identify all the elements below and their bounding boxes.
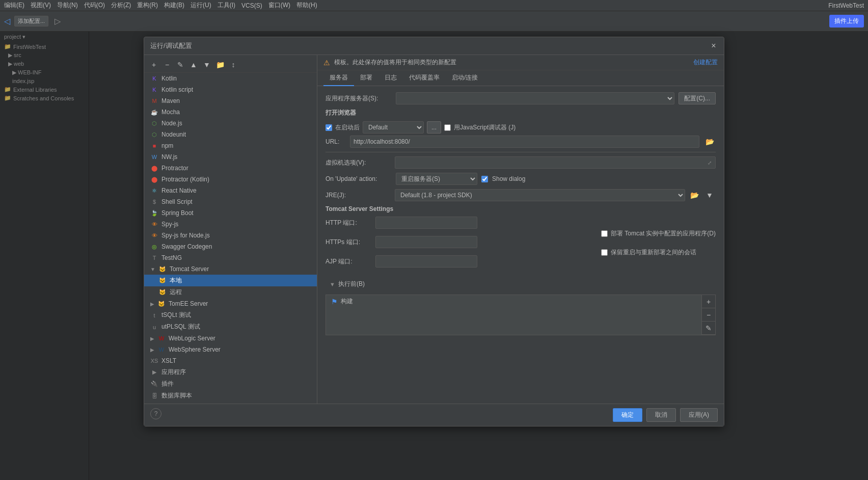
back-icon[interactable]: ◁ xyxy=(4,16,10,26)
menu-tools[interactable]: 工具(I) xyxy=(218,1,235,10)
vm-expand-button[interactable]: ⤢ xyxy=(704,157,715,168)
tree-tomcat-server[interactable]: ▼ 🐱 Tomcat Server xyxy=(144,263,317,275)
tree-kotlin[interactable]: K Kotlin xyxy=(144,73,317,84)
tab-coverage[interactable]: 代码覆盖率 xyxy=(403,70,446,86)
tree-weblogic[interactable]: ▶ W WebLogic Server xyxy=(144,333,317,344)
dialog-titlebar: 运行/调试配置 × xyxy=(144,37,724,55)
vm-input[interactable] xyxy=(395,156,716,169)
bl-remove-button[interactable]: − xyxy=(702,308,715,322)
menu-view[interactable]: 视图(V) xyxy=(31,1,51,10)
tab-log[interactable]: 日志 xyxy=(378,70,403,86)
bl-build-label: 构建 xyxy=(341,297,353,306)
menu-help[interactable]: 帮助(H) xyxy=(296,1,317,10)
tree-tomcat-local[interactable]: 🐱 本地 xyxy=(144,275,317,286)
tree-testng[interactable]: T TestNG xyxy=(144,252,317,263)
ok-button[interactable]: 确定 xyxy=(613,408,642,422)
tomee-expand-icon: ▶ xyxy=(150,301,154,307)
tree-nodejs[interactable]: ⬡ Node.js xyxy=(144,118,317,129)
create-config-link[interactable]: 创建配置 xyxy=(693,58,718,67)
bl-build-item[interactable]: ⚑ 构建 xyxy=(326,295,701,308)
tree-nwjs[interactable]: W NW.js xyxy=(144,151,317,163)
browser-select[interactable]: Default xyxy=(363,121,424,134)
menu-edit[interactable]: 编辑(E) xyxy=(4,1,24,10)
tree-up-button[interactable]: ▲ xyxy=(188,59,199,70)
menu-analyze[interactable]: 分析(Z) xyxy=(111,1,131,10)
tree-nodeunit[interactable]: ⬡ Nodeunit xyxy=(144,129,317,140)
menu-build[interactable]: 构建(B) xyxy=(164,1,184,10)
tree-add-button[interactable]: + xyxy=(148,59,159,70)
tree-maven[interactable]: M Maven xyxy=(144,95,317,106)
url-folder-button[interactable]: 📂 xyxy=(703,136,716,148)
tree-spring-boot[interactable]: 🍃 Spring Boot xyxy=(144,207,317,219)
tab-startup[interactable]: 启动/连接 xyxy=(446,70,484,86)
vm-row: 虚拟机选项(V): ⤢ xyxy=(326,156,716,169)
deploy-tomcat-checkbox[interactable] xyxy=(601,230,608,237)
bl-add-button[interactable]: + xyxy=(702,295,715,308)
browser-ellipsis-button[interactable]: ... xyxy=(427,121,441,134)
on-start-checkbox[interactable] xyxy=(326,124,332,131)
jre-dropdown-button[interactable]: ▼ xyxy=(703,189,716,201)
tree-app[interactable]: ▶ 应用程序 xyxy=(144,366,317,378)
tree-tsqlt[interactable]: t tSQLt 测试 xyxy=(144,309,317,321)
tree-edit-button[interactable]: ✎ xyxy=(175,59,186,70)
tree-utplsql[interactable]: u utPLSQL 测试 xyxy=(144,321,317,333)
spy-js-node-icon: 👁 xyxy=(150,231,158,239)
tree-swagger[interactable]: ◎ Swagger Codegen xyxy=(144,241,317,252)
tree-tomcat-remote[interactable]: 🐱 远程 xyxy=(144,286,317,298)
http-port-input[interactable] xyxy=(375,217,477,229)
menu-code[interactable]: 代码(O) xyxy=(84,1,105,10)
tree-db-script[interactable]: 🗄 数据库脚本 xyxy=(144,390,317,402)
tree-remove-button[interactable]: − xyxy=(161,59,173,70)
tree-spy-js-node[interactable]: 👁 Spy-js for Node.js xyxy=(144,230,317,241)
upload-button[interactable]: 插件上传 xyxy=(829,15,864,28)
show-dialog-label: Show dialog xyxy=(492,175,525,182)
jre-folder-button[interactable]: 📂 xyxy=(688,189,700,201)
dialog-close-button[interactable]: × xyxy=(710,42,718,50)
tree-protractor[interactable]: ⬤ Protractor xyxy=(144,163,317,174)
https-port-row: HTTPs 端口: xyxy=(326,236,593,248)
menu-window[interactable]: 窗口(W) xyxy=(268,1,290,10)
before-launch-side-buttons: + − ✎ xyxy=(701,295,715,335)
config-content: 应用程序服务器(S): 配置(C)... 打开浏览器 在启动后 Default xyxy=(317,86,724,404)
tree-npm[interactable]: ■ npm xyxy=(144,140,317,151)
menu-nav[interactable]: 导航(N) xyxy=(57,1,78,10)
xslt-icon: XS xyxy=(150,357,158,365)
tree-react-native[interactable]: ⚛ React Native xyxy=(144,185,317,196)
preserve-session-checkbox[interactable] xyxy=(601,249,608,256)
apply-button[interactable]: 应用(A) xyxy=(680,408,718,422)
url-input[interactable] xyxy=(350,136,699,148)
tab-deploy[interactable]: 部署 xyxy=(354,70,378,86)
add-config-button[interactable]: 添加配置... xyxy=(14,16,48,26)
help-button[interactable]: ? xyxy=(150,408,161,419)
tree-kotlin-script[interactable]: K Kotlin script xyxy=(144,84,317,95)
tab-server[interactable]: 服务器 xyxy=(323,70,354,86)
on-update-select[interactable]: 重启服务器(S) xyxy=(396,173,477,185)
jre-label: JRE(J): xyxy=(326,192,392,199)
toolbar: ◁ 添加配置... ▷ 插件上传 xyxy=(0,11,868,32)
menu-refactor[interactable]: 重构(R) xyxy=(137,1,158,10)
tree-protractor-kotlin[interactable]: ⬤ Protractor (Kotlin) xyxy=(144,174,317,185)
tree-plugin[interactable]: 🔌 插件 xyxy=(144,378,317,390)
tree-tomee-server[interactable]: ▶ 🐱 TomEE Server xyxy=(144,298,317,309)
tree-shell-script[interactable]: $ Shell Script xyxy=(144,196,317,207)
before-launch-header[interactable]: ▼ 执行前(B) xyxy=(326,278,716,290)
js-debug-checkbox[interactable] xyxy=(444,124,451,131)
tree-spy-js[interactable]: 👁 Spy-js xyxy=(144,219,317,230)
tree-sort-button[interactable]: ↕ xyxy=(228,59,239,70)
jre-select[interactable]: Default (1.8 - project SDK) xyxy=(395,189,685,201)
tree-down-button[interactable]: ▼ xyxy=(201,59,212,70)
show-dialog-checkbox[interactable] xyxy=(481,176,488,182)
bl-edit-button[interactable]: ✎ xyxy=(702,322,715,335)
cancel-button[interactable]: 取消 xyxy=(646,408,676,422)
config-button[interactable]: 配置(C)... xyxy=(679,92,716,104)
tree-mocha[interactable]: ☕ Mocha xyxy=(144,106,317,118)
tree-websphere[interactable]: ▶ W WebSphere Server xyxy=(144,344,317,355)
tree-folder-button[interactable]: 📁 xyxy=(214,59,226,70)
plugin-icon: 🔌 xyxy=(150,380,158,388)
menu-vcs[interactable]: VCS(S) xyxy=(241,2,262,9)
tree-xslt[interactable]: XS XSLT xyxy=(144,355,317,366)
ajp-port-input[interactable] xyxy=(375,255,477,268)
menu-run[interactable]: 运行(U) xyxy=(191,1,211,10)
app-server-select[interactable] xyxy=(396,92,674,104)
https-port-input[interactable] xyxy=(375,236,477,248)
